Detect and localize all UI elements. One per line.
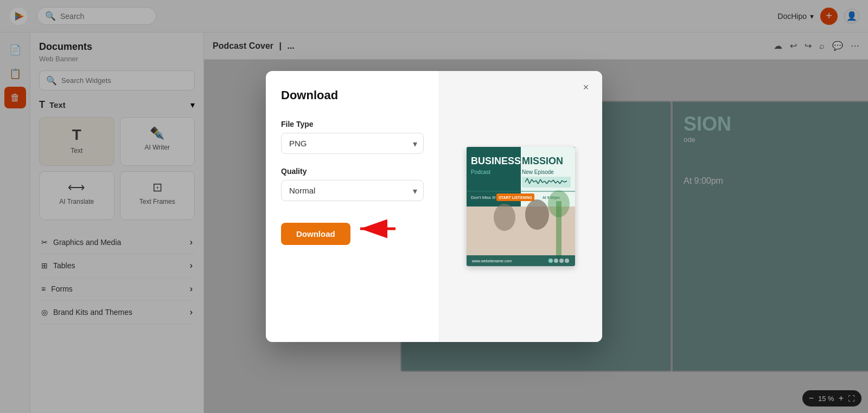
svg-point-45 — [559, 259, 564, 263]
file-type-wrapper: PNG JPG PDF SVG ▾ — [281, 133, 424, 154]
quality-wrapper: Normal High Low ▾ — [281, 180, 424, 201]
svg-point-40 — [548, 190, 570, 217]
modal-title: Download — [281, 88, 424, 102]
download-modal: × Download File Type PNG JPG PDF SVG ▾ Q… — [266, 71, 602, 342]
red-arrow-svg — [355, 218, 398, 240]
download-action-row: Download — [281, 214, 424, 245]
svg-point-46 — [565, 259, 569, 263]
modal-left-panel: Download File Type PNG JPG PDF SVG ▾ Qua… — [266, 71, 439, 342]
preview-podcast-svg: BUSINESS MISSION Podcast New Episode — [467, 147, 575, 266]
modal-right-preview: BUSINESS MISSION Podcast New Episode — [439, 71, 602, 342]
svg-text:www.websitename.com: www.websitename.com — [471, 259, 512, 263]
preview-card: BUSINESS MISSION Podcast New Episode — [467, 147, 575, 266]
modal-close-button[interactable]: × — [578, 80, 593, 95]
file-type-select[interactable]: PNG JPG PDF SVG — [281, 133, 424, 154]
svg-point-38 — [525, 199, 549, 230]
file-type-label: File Type — [281, 120, 424, 128]
svg-text:Don't Miss It!: Don't Miss It! — [471, 195, 496, 200]
close-icon: × — [583, 82, 589, 93]
svg-text:START LISTENING: START LISTENING — [499, 196, 533, 199]
quality-label: Quality — [281, 167, 424, 176]
svg-point-37 — [494, 204, 515, 231]
svg-text:MISSION: MISSION — [522, 156, 563, 166]
svg-text:Podcast: Podcast — [471, 169, 490, 175]
svg-text:BUSINESS: BUSINESS — [471, 156, 521, 166]
quality-select[interactable]: Normal High Low — [281, 180, 424, 201]
svg-point-43 — [548, 259, 553, 263]
svg-text:New Episode: New Episode — [522, 169, 554, 175]
modal-overlay: × Download File Type PNG JPG PDF SVG ▾ Q… — [0, 0, 868, 413]
arrow-pointer — [355, 218, 398, 242]
svg-point-44 — [554, 259, 558, 263]
download-button[interactable]: Download — [281, 223, 350, 245]
